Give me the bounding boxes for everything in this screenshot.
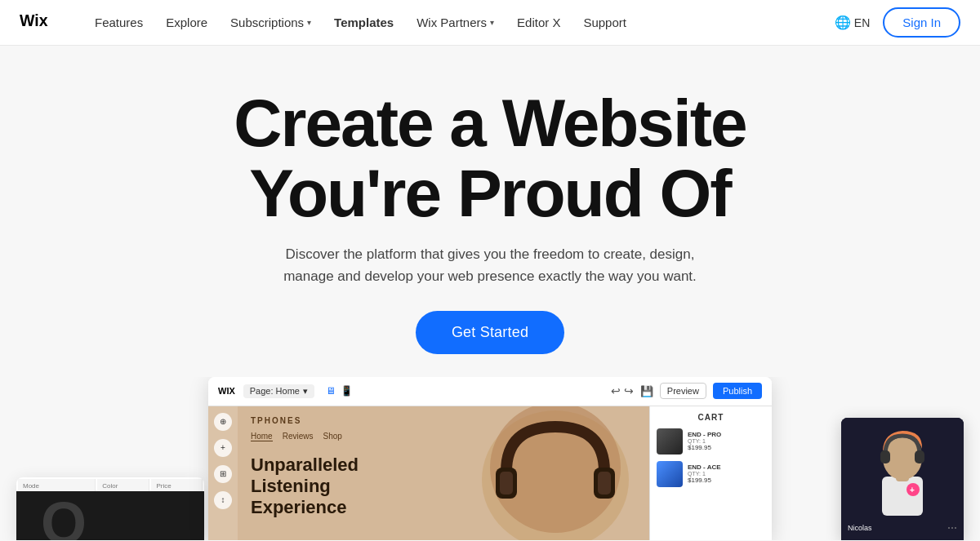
undo-redo-controls: ↩ ↪ [611,384,634,397]
site-nav-shop: Shop [323,432,341,441]
headphone-svg [478,406,633,540]
nav-explore[interactable]: Explore [166,16,207,29]
navbar: Wix Features Explore Subscriptions ▾ Tem… [0,0,980,46]
hero-section: Create a Website You're Proud Of Discove… [0,46,980,540]
nav-support[interactable]: Support [583,16,626,29]
cart-item-details-2: END - ACE QTY: 1 $199.95 [688,463,765,484]
person-name: Nicolas [848,524,872,532]
wix-logo[interactable]: Wix [20,12,69,33]
nav-wix-partners[interactable]: Wix Partners ▾ [416,16,494,29]
chevron-down-icon: ▾ [303,386,308,397]
mobile-icon[interactable]: 📱 [341,385,353,397]
globe-icon: 🌐 [835,15,851,30]
table-preview-image: O [16,491,204,540]
navbar-right: 🌐 EN Sign In [835,7,960,38]
svg-rect-11 [880,450,890,463]
decorative-letter: O [41,494,87,540]
tool-icon-4[interactable]: ↕ [214,491,232,509]
undo-icon[interactable]: ↩ [611,384,621,397]
svg-text:+: + [910,486,915,494]
editor-logo: WIX [218,386,235,396]
hero-title: Create a Website You're Proud Of [234,88,746,228]
nav-features[interactable]: Features [95,16,143,29]
cart-title: CART [657,413,765,422]
hero-title-line2: You're Proud Of [249,156,730,230]
save-icon[interactable]: 💾 [640,385,653,397]
cart-item-qty-1: QTY: 1 [688,438,765,444]
editor-preview: WIX Page: Home ▾ 🖥 📱 ↩ ↪ 💾 Preview [208,377,772,540]
more-options-icon[interactable]: ⋯ [947,522,957,534]
device-icons: 🖥 📱 [326,385,353,397]
cart-item-name-2: END - ACE [688,463,765,471]
cart-sidebar: CART END - PRO QTY: 1 $199.95 END - ACE [649,406,772,540]
svg-rect-6 [598,472,611,494]
cart-item-name-1: END - PRO [688,431,765,438]
person-image: + [841,418,964,516]
cart-item-image-2 [657,461,683,487]
person-info: Nicolas ⋯ [841,516,964,540]
editor-content: ⊕ + ⊞ ↕ TPHONES Home Reviews Shop Unpara… [208,406,772,540]
editor-tools: ⊕ + ⊞ ↕ [208,406,238,540]
nav-editor-x[interactable]: Editor X [517,16,560,29]
language-label: EN [854,16,870,29]
page-selector[interactable]: Page: Home ▾ [243,384,314,398]
desktop-icon[interactable]: 🖥 [326,385,336,397]
tool-icon-2[interactable]: + [214,439,232,457]
nav-templates[interactable]: Templates [334,16,394,29]
preview-button[interactable]: Preview [660,383,706,399]
publish-button[interactable]: Publish [713,383,762,399]
cart-item-1: END - PRO QTY: 1 $199.95 [657,428,765,455]
person-svg: + [841,418,964,516]
tool-icon-3[interactable]: ⊞ [214,465,232,483]
chevron-down-icon: ▾ [307,18,311,27]
cart-item-price-2: $199.95 [688,477,765,484]
sign-in-button[interactable]: Sign In [883,7,960,38]
hero-title-line1: Create a Website [234,86,746,160]
hero-subtitle: Discover the platform that gives you the… [278,243,702,287]
svg-rect-5 [500,472,513,494]
cart-item-image-1 [657,428,683,455]
navbar-links: Features Explore Subscriptions ▾ Templat… [95,16,835,29]
site-headline: Unparalleled Listening Experience [251,455,414,519]
preview-area: Mode Color Price B—— Studio—$139 Noise C… [0,377,980,540]
headphone-image [478,406,641,540]
svg-rect-12 [915,450,924,463]
cart-item-details-1: END - PRO QTY: 1 $199.95 [688,431,765,451]
tool-icon-1[interactable]: ⊕ [214,413,232,431]
cart-item-qty-2: QTY: 1 [688,471,765,477]
editor-controls: ↩ ↪ 💾 Preview Publish [611,383,762,399]
cart-item-2: END - ACE QTY: 1 $199.95 [657,461,765,487]
svg-text:Wix: Wix [20,12,48,29]
site-nav-home: Home [251,432,273,441]
editor-topbar: WIX Page: Home ▾ 🖥 📱 ↩ ↪ 💾 Preview [208,377,772,406]
cart-item-price-1: $199.95 [688,444,765,451]
left-preview-card: Mode Color Price B—— Studio—$139 Noise C… [16,477,204,540]
site-nav-reviews: Reviews [283,432,314,441]
chevron-down-icon: ▾ [490,18,494,27]
redo-icon[interactable]: ↪ [624,384,634,397]
language-selector[interactable]: 🌐 EN [835,15,870,30]
get-started-button[interactable]: Get Started [416,311,564,354]
right-preview-card: + Nicolas ⋯ [841,418,964,540]
nav-subscriptions[interactable]: Subscriptions ▾ [230,16,311,29]
svg-rect-8 [882,477,923,516]
